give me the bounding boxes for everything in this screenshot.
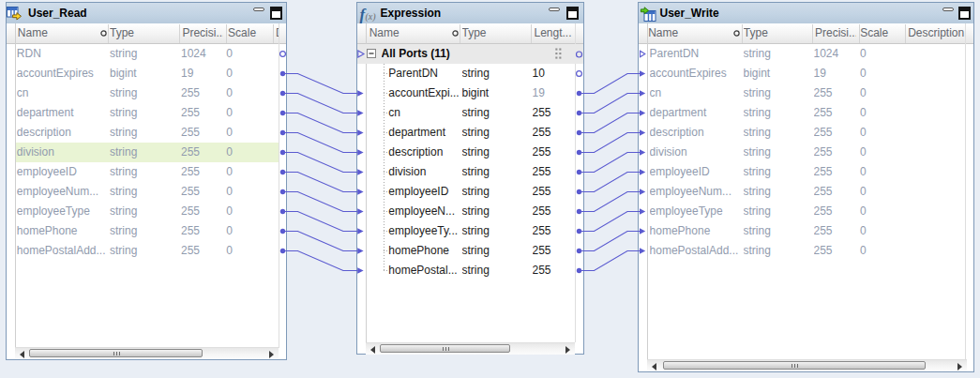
svg-text:(x): (x) [366, 11, 377, 23]
